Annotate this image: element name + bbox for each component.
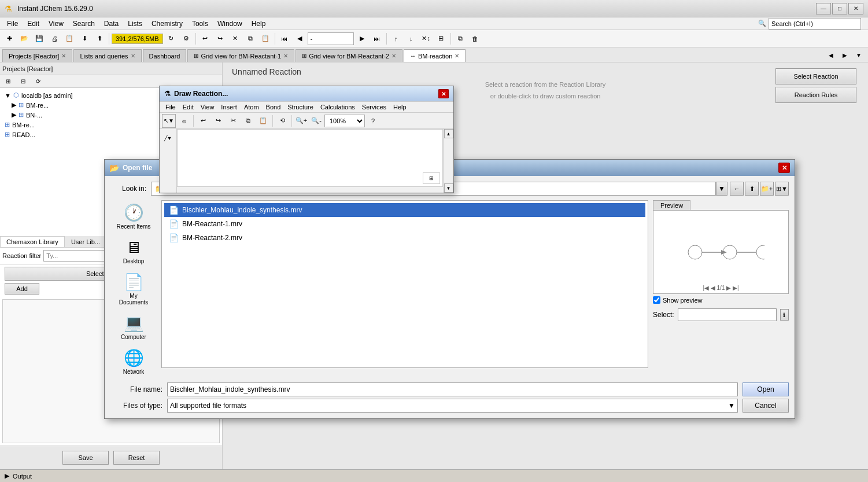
sync-button[interactable]: ⟳ [31,75,45,89]
draw-menu-atom[interactable]: Atom [241,103,263,111]
tab-projects-close[interactable]: ✕ [61,53,66,59]
add-button[interactable]: Add [5,283,39,295]
select-input[interactable] [678,308,777,321]
duplicate-button[interactable]: ⧉ [453,32,467,46]
tab-grid-reactant2[interactable]: ⊞ Grid view for BM-Reactant-2 ✕ [296,49,402,62]
draw-bond-button[interactable]: ╱▼ [161,131,175,145]
draw-menu-edit[interactable]: Edit [179,103,197,111]
nav-back-button[interactable]: ← [730,182,744,196]
nav-create-folder-button[interactable]: 📁+ [760,182,774,196]
menu-help[interactable]: Help [247,19,271,29]
tab-bm-reaction[interactable]: ↔ BM-reaction ✕ [404,49,466,62]
import-button[interactable]: ⬇ [77,32,91,46]
prev-button[interactable]: ◀ [293,32,306,46]
last-button[interactable]: ⏭ [370,32,384,46]
undo-button[interactable]: ↩ [198,32,212,46]
tab-dashboard[interactable]: Dashboard [143,49,187,62]
draw-lasso-button[interactable]: ⌾ [177,114,191,128]
sidebar-network[interactable]: 🌐 Network [113,345,154,378]
file-item-bischler[interactable]: 📄 Bischler_Mohlau_indole_synthesis.mrv [164,203,645,217]
save-toolbar-button[interactable]: 💾 [32,32,46,46]
paste-button[interactable]: 📋 [258,32,272,46]
menu-lists[interactable]: Lists [123,19,147,29]
copy2-button[interactable]: ⧉ [243,32,257,46]
draw-menu-calculations[interactable]: Calculations [317,103,359,111]
print-button[interactable]: 🖨 [47,32,61,46]
nav-up-button[interactable]: ⬆ [745,182,759,196]
tab-right-button[interactable]: ▶ [838,48,852,62]
menu-window[interactable]: Window [213,19,247,29]
open-file-button[interactable]: Open [743,382,789,396]
cancel-button[interactable]: Cancel [743,399,789,413]
draw-zoom-select[interactable]: 100% [324,115,365,127]
menu-search[interactable]: Search [68,19,99,29]
save-button[interactable]: Save [62,451,109,465]
filetype-combo[interactable]: All supported file formats ▼ [167,399,738,413]
sidebar-computer[interactable]: 💻 Computer [113,311,154,343]
sidebar-desktop[interactable]: 🖥 Desktop [113,235,154,267]
draw-undo-button[interactable]: ↩ [196,114,210,128]
menu-edit[interactable]: Edit [23,19,44,29]
preview-tab[interactable]: Preview [653,200,690,210]
tab-bm-reaction-close[interactable]: ✕ [455,53,459,59]
sort-desc-button[interactable]: ↓ [404,32,418,46]
collapse-all-button[interactable]: ⊟ [16,75,30,89]
delete-button[interactable]: 🗑 [468,32,482,46]
draw-flip-button[interactable]: ⟲ [275,114,289,128]
tab-user-library[interactable]: User Lib... [65,236,106,247]
sort-clear-button[interactable]: ✕↕ [419,32,433,46]
draw-paste-button[interactable]: 📋 [256,114,270,128]
expand-all-button[interactable]: ⊞ [1,75,15,89]
draw-grid-button[interactable]: ⊞ [423,172,440,184]
draw-canvas[interactable]: ⊞ [177,129,443,187]
group-button[interactable]: ⊞ [434,32,448,46]
tab-lists[interactable]: Lists and queries ✕ [73,49,141,62]
first-button[interactable]: ⏮ [278,32,291,46]
record-input[interactable] [308,32,354,45]
draw-scroll-up[interactable]: ▲ [444,129,453,138]
next-button[interactable]: ▶ [355,32,369,46]
tab-grid-reactant1-close[interactable]: ✕ [283,53,288,59]
open-dialog-close-button[interactable]: ✕ [778,163,790,173]
tab-grid-reactant1[interactable]: ⊞ Grid view for BM-Reactant-1 ✕ [187,49,294,62]
draw-select-button[interactable]: ↖▼ [162,114,176,128]
select-reaction-button[interactable]: Select Reaction [775,68,856,84]
tab-projects[interactable]: Projects [Reactor] ✕ [2,49,72,62]
draw-menu-insert[interactable]: Insert [217,103,241,111]
draw-menu-services[interactable]: Services [359,103,390,111]
nav-view-button[interactable]: ⊞▼ [775,182,789,196]
tab-grid-reactant2-close[interactable]: ✕ [391,53,396,59]
stop-button[interactable]: ✕ [228,32,242,46]
minimize-button[interactable]: — [816,3,831,14]
reset-button[interactable]: Reset [113,451,160,465]
draw-dialog-close-button[interactable]: ✕ [438,89,449,98]
global-search[interactable] [769,18,861,30]
draw-zoom-in-button[interactable]: 🔍+ [294,114,308,128]
draw-zoom-out-button[interactable]: 🔍- [309,114,323,128]
draw-help-button[interactable]: ? [366,114,380,128]
draw-menu-help[interactable]: Help [390,103,410,111]
show-preview-checkbox[interactable] [653,296,660,304]
file-item-bm-reactant2[interactable]: 📄 BM-Reactant-2.mrv [164,231,645,245]
copy-button[interactable]: 📋 [62,32,76,46]
tab-menu-button[interactable]: ▼ [852,48,866,62]
config-button[interactable]: ⚙ [179,32,193,46]
open-button[interactable]: 📂 [17,32,31,46]
tab-lists-close[interactable]: ✕ [131,53,135,59]
memory-indicator[interactable]: 391,2/576,5MB [112,34,163,44]
draw-copy-button[interactable]: ⧉ [241,114,255,128]
draw-menu-structure[interactable]: Structure [284,103,317,111]
sidebar-my-documents[interactable]: 📄 My Documents [113,270,154,308]
look-in-dropdown-button[interactable]: ▼ [716,182,727,196]
select-info-button[interactable]: ℹ [780,309,789,321]
tab-chemaxon-library[interactable]: Chemaxon Library [0,236,65,247]
close-button[interactable]: ✕ [848,3,863,14]
sort-asc-button[interactable]: ↑ [389,32,403,46]
draw-menu-file[interactable]: File [162,103,179,111]
draw-scroll-down[interactable]: ▼ [444,183,453,193]
menu-file[interactable]: File [2,19,23,29]
draw-cut-button[interactable]: ✂ [226,114,240,128]
file-item-bm-reactant1[interactable]: 📄 BM-Reactant-1.mrv [164,217,645,231]
export-button[interactable]: ⬆ [93,32,106,46]
redo-button[interactable]: ↪ [213,32,227,46]
